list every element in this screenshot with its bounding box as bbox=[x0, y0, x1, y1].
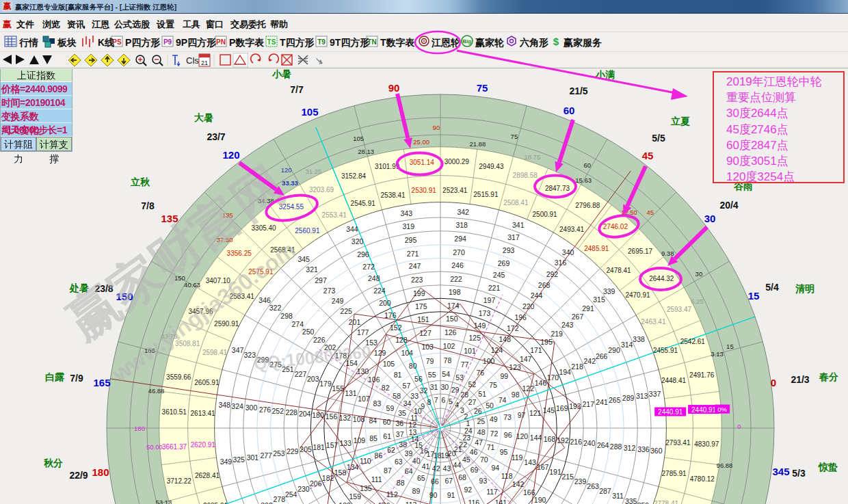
svg-text:66: 66 bbox=[431, 477, 439, 486]
svg-text:23/7: 23/7 bbox=[207, 131, 225, 142]
svg-text:82: 82 bbox=[382, 384, 390, 392]
svg-text:31.25: 31.25 bbox=[306, 168, 322, 175]
svg-text:7/9: 7/9 bbox=[70, 373, 83, 384]
svg-text:122: 122 bbox=[522, 384, 535, 393]
svg-text:143: 143 bbox=[524, 458, 536, 466]
svg-text:3203.69: 3203.69 bbox=[309, 186, 334, 194]
svg-text:219: 219 bbox=[551, 330, 563, 338]
svg-text:296: 296 bbox=[357, 250, 369, 258]
svg-text:75: 75 bbox=[511, 133, 518, 140]
svg-text:3152.84: 3152.84 bbox=[341, 172, 367, 180]
svg-text:44: 44 bbox=[453, 461, 462, 469]
svg-text:2746.02: 2746.02 bbox=[603, 223, 628, 230]
svg-text:91: 91 bbox=[447, 491, 455, 499]
svg-text:343: 343 bbox=[401, 209, 413, 217]
svg-text:249: 249 bbox=[332, 297, 344, 305]
svg-text:4830.97: 4830.97 bbox=[694, 440, 719, 448]
svg-text:54: 54 bbox=[442, 370, 450, 378]
svg-text:PN: PN bbox=[216, 38, 226, 46]
svg-text:270: 270 bbox=[453, 248, 465, 256]
svg-text:205: 205 bbox=[300, 445, 312, 453]
svg-text:40: 40 bbox=[412, 457, 421, 465]
svg-text:156: 156 bbox=[326, 412, 338, 421]
svg-text:222: 222 bbox=[450, 275, 462, 283]
svg-text:287: 287 bbox=[599, 487, 611, 495]
svg-text:266: 266 bbox=[596, 352, 608, 360]
svg-text:45: 45 bbox=[647, 209, 654, 216]
svg-text:83: 83 bbox=[373, 399, 382, 408]
svg-text:春分: 春分 bbox=[819, 371, 838, 382]
svg-text:23: 23 bbox=[462, 434, 471, 442]
svg-text:43: 43 bbox=[443, 464, 451, 473]
svg-text:2553.41: 2553.41 bbox=[322, 211, 347, 219]
svg-text:2620.91: 2620.91 bbox=[191, 441, 216, 449]
svg-text:109: 109 bbox=[354, 436, 366, 445]
svg-text:171: 171 bbox=[530, 346, 542, 354]
svg-text:244: 244 bbox=[531, 291, 543, 300]
svg-text:129: 129 bbox=[374, 349, 386, 357]
svg-text:174: 174 bbox=[447, 302, 460, 310]
svg-text:152: 152 bbox=[390, 323, 402, 332]
svg-text:110: 110 bbox=[360, 457, 371, 465]
svg-text:60: 60 bbox=[564, 105, 575, 116]
svg-text:200: 200 bbox=[379, 299, 391, 307]
svg-text:2508.41: 2508.41 bbox=[503, 199, 529, 207]
svg-text:71: 71 bbox=[487, 443, 495, 451]
svg-text:清明: 清明 bbox=[795, 283, 814, 294]
svg-text:15: 15 bbox=[748, 290, 760, 302]
svg-text:2440.91: 2440.91 bbox=[691, 406, 717, 414]
svg-text:40.63: 40.63 bbox=[184, 281, 200, 289]
svg-text:197: 197 bbox=[483, 296, 496, 304]
svg-text:148: 148 bbox=[499, 335, 512, 343]
svg-text:2530.91: 2530.91 bbox=[412, 187, 437, 194]
svg-text:293: 293 bbox=[503, 246, 515, 254]
svg-text:243: 243 bbox=[561, 321, 574, 329]
svg-text:5/5: 5/5 bbox=[652, 133, 665, 144]
svg-text:2463.41: 2463.41 bbox=[641, 318, 666, 326]
svg-text:7: 7 bbox=[434, 396, 438, 404]
svg-text:106: 106 bbox=[368, 375, 380, 384]
svg-text:125: 125 bbox=[469, 334, 481, 342]
svg-text:342: 342 bbox=[457, 208, 469, 216]
svg-text:61: 61 bbox=[383, 432, 391, 440]
svg-text:173: 173 bbox=[479, 309, 491, 317]
svg-text:7/7: 7/7 bbox=[290, 84, 304, 95]
svg-text:182: 182 bbox=[322, 474, 334, 482]
svg-text:250: 250 bbox=[302, 328, 315, 336]
svg-text:2448.41: 2448.41 bbox=[661, 377, 687, 384]
svg-text:51: 51 bbox=[478, 390, 486, 398]
svg-text:6.25: 6.25 bbox=[691, 297, 704, 305]
svg-text:242: 242 bbox=[584, 357, 596, 365]
svg-text:30: 30 bbox=[695, 270, 703, 278]
svg-text:113: 113 bbox=[406, 501, 417, 504]
svg-text:191: 191 bbox=[549, 468, 561, 476]
svg-text:3610.51: 3610.51 bbox=[162, 408, 187, 416]
svg-text:2785.91: 2785.91 bbox=[662, 470, 687, 477]
svg-text:229: 229 bbox=[287, 447, 299, 455]
svg-text:29: 29 bbox=[451, 386, 460, 394]
svg-text:20/4: 20/4 bbox=[719, 200, 738, 211]
svg-text:147: 147 bbox=[520, 355, 532, 363]
svg-text:2778.41: 2778.41 bbox=[654, 500, 679, 504]
svg-text:2: 2 bbox=[464, 412, 468, 421]
svg-text:95: 95 bbox=[500, 448, 508, 456]
svg-text:180: 180 bbox=[134, 425, 145, 432]
svg-text:21: 21 bbox=[201, 59, 208, 66]
svg-text:3559.66: 3559.66 bbox=[166, 373, 191, 381]
svg-text:大暑: 大暑 bbox=[194, 112, 213, 123]
svg-text:335: 335 bbox=[625, 497, 637, 504]
svg-text:142: 142 bbox=[512, 480, 525, 488]
svg-text:264: 264 bbox=[597, 441, 609, 449]
svg-text:100: 100 bbox=[483, 357, 495, 365]
svg-text:2455.91: 2455.91 bbox=[653, 347, 678, 354]
svg-text:227: 227 bbox=[295, 370, 307, 378]
svg-text:45: 45 bbox=[642, 150, 654, 161]
svg-text:2796.88: 2796.88 bbox=[575, 202, 600, 209]
svg-text:3356.25: 3356.25 bbox=[227, 250, 252, 257]
svg-text:112: 112 bbox=[386, 490, 398, 499]
svg-text:2493.41: 2493.41 bbox=[559, 226, 585, 233]
svg-text:62: 62 bbox=[387, 446, 395, 454]
svg-text:272: 272 bbox=[362, 263, 375, 271]
svg-text:56: 56 bbox=[414, 375, 423, 383]
svg-text:223: 223 bbox=[411, 276, 423, 284]
